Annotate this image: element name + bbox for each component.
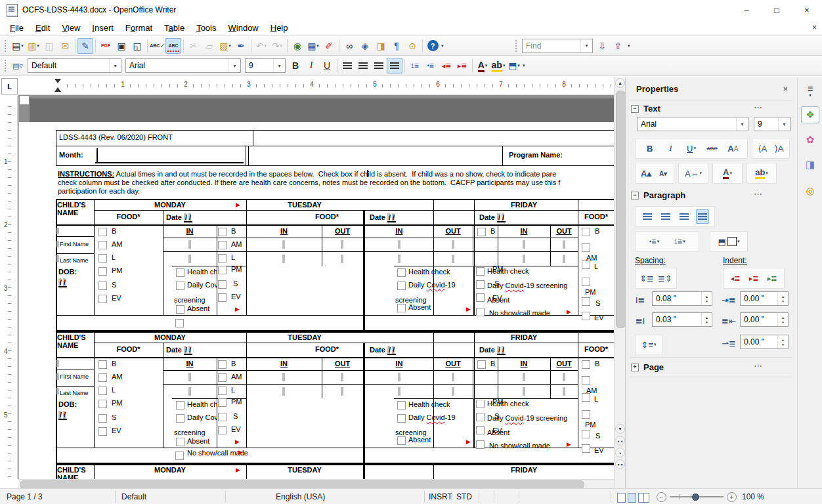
language-indicator[interactable]: English (USA) — [276, 492, 325, 501]
hyperlink-button[interactable]: ◉ — [290, 38, 305, 54]
copy-button[interactable]: ▱ — [202, 38, 217, 54]
media-tab[interactable]: ◨ — [801, 156, 819, 173]
document-canvas[interactable]: LDSS-4443 (Rev. 06/2020) FRONT Month: Pr… — [18, 95, 614, 479]
align-center-button[interactable] — [659, 209, 672, 224]
font-color-button[interactable]: A▾ — [475, 58, 490, 74]
absent-checkbox[interactable] — [476, 293, 485, 302]
font-size-select[interactable]: 9▾ — [245, 58, 286, 73]
meal-checkbox-s[interactable] — [218, 413, 227, 421]
find-toolbar-drag-handle[interactable] — [515, 39, 518, 52]
covid-screening-checkbox[interactable] — [176, 414, 184, 423]
zoom-out-icon[interactable]: − — [657, 492, 666, 502]
previous-page-button[interactable]: ▲▲ — [615, 436, 625, 446]
align-left-button[interactable] — [641, 209, 654, 224]
maximize-button[interactable]: □ — [762, 0, 792, 20]
horizontal-scrollbar[interactable] — [18, 479, 614, 489]
meal-checkbox-b[interactable] — [218, 360, 227, 369]
paste-button[interactable]: ▧▾ — [217, 38, 233, 54]
print-button[interactable]: ▣ — [114, 38, 129, 54]
underline-button[interactable]: U▾ — [685, 141, 698, 156]
meal-checkbox-ev[interactable] — [218, 426, 227, 434]
before-text-indent-field[interactable]: 0.00 "▲▼ — [740, 291, 789, 306]
meal-checkbox-am[interactable] — [98, 373, 107, 382]
increase-indent-button[interactable]: ▸≣ — [454, 58, 470, 74]
character-dialog-button[interactable]: AA — [726, 141, 739, 156]
undo-button[interactable]: ↶▾ — [253, 38, 269, 54]
covid-screening-checkbox[interactable] — [476, 280, 485, 289]
meal-checkbox-s[interactable] — [98, 414, 107, 423]
cut-button[interactable]: ✂ — [186, 38, 202, 54]
indent-marker-bottom[interactable] — [54, 87, 61, 92]
find-toolbar-options-icon[interactable]: ▾ — [628, 43, 630, 49]
bullet-list-button[interactable]: •≣▾ — [648, 234, 661, 249]
align-right-button[interactable] — [371, 58, 387, 74]
no-show-checkbox[interactable] — [476, 440, 485, 449]
no-show-checkbox[interactable] — [476, 308, 485, 316]
menu-edit[interactable]: Edit — [30, 22, 56, 34]
covid-screening-checkbox[interactable] — [176, 282, 184, 290]
strikethrough-button[interactable]: ABC — [706, 141, 719, 156]
text-more-options-icon[interactable]: ⋯ — [754, 102, 763, 112]
health-check-checkbox[interactable] — [476, 267, 485, 276]
numbered-list-button[interactable]: 1≣▾ — [673, 234, 686, 249]
insert-table-button[interactable]: ▦▾ — [305, 38, 321, 54]
minimize-button[interactable]: – — [731, 0, 762, 20]
indent-marker-top[interactable] — [54, 79, 61, 83]
tab-stop-selector[interactable]: L — [1, 78, 18, 94]
meal-checkbox-l[interactable] — [98, 387, 107, 395]
menu-insert[interactable]: Insert — [86, 22, 119, 34]
page-preview-button[interactable]: ◱ — [129, 38, 145, 54]
underline-button[interactable]: U — [319, 58, 335, 74]
toolbar-options-icon[interactable]: ▾ — [523, 63, 525, 68]
switch-indent-button[interactable]: ▸≣ — [766, 271, 779, 285]
menu-format[interactable]: Format — [119, 22, 158, 34]
text-section-header[interactable]: −Text — [631, 104, 660, 114]
selection-mode-indicator[interactable]: STD — [456, 492, 472, 501]
vertical-scrollbar[interactable]: ▲ ▼ ▲▲ ● ▼▼ — [614, 77, 626, 488]
styles-formatting-button[interactable]: ▤▿ — [10, 58, 26, 74]
zoom-button[interactable]: ⊙ — [404, 38, 420, 54]
above-paragraph-spacing-field[interactable]: 0.08 "▲▼ — [652, 291, 712, 306]
menu-view[interactable]: View — [56, 22, 86, 34]
sidebar-menu-icon[interactable]: ≡▾ — [801, 83, 819, 100]
scroll-down-icon[interactable]: ▼ — [615, 424, 625, 434]
meal-checkbox-b[interactable] — [477, 228, 486, 236]
book-view-icon[interactable] — [638, 493, 649, 503]
auto-spellcheck-button[interactable]: ABC — [165, 38, 181, 54]
find-next-button[interactable]: ⇩ — [594, 38, 610, 54]
scroll-up-icon[interactable]: ▲ — [615, 78, 625, 88]
highlighting-button[interactable]: ab▾ — [755, 166, 768, 180]
no-show-checkbox[interactable] — [175, 319, 184, 327]
toolbar-drag-handle[interactable] — [4, 59, 7, 72]
gallery-tab[interactable]: ✿ — [801, 131, 819, 148]
zoom-in-icon[interactable]: + — [727, 492, 737, 502]
meal-checkbox-b[interactable] — [582, 228, 590, 236]
meal-checkbox-l[interactable] — [98, 254, 107, 262]
absent-checkbox[interactable] — [476, 426, 485, 434]
paragraph-style-select[interactable]: Default▾ — [28, 58, 121, 73]
bold-button[interactable]: B — [643, 141, 657, 156]
health-check-checkbox[interactable] — [476, 400, 485, 408]
vertical-ruler[interactable]: 1 2 3 4 5 — [1, 95, 18, 479]
save-button[interactable]: ◫ — [41, 38, 57, 54]
increase-indent-button[interactable]: ▸≣ — [747, 271, 760, 285]
meal-checkbox-am[interactable] — [218, 373, 227, 382]
meal-checkbox-b[interactable] — [582, 360, 590, 369]
shrink-font-button[interactable]: A▾ — [657, 166, 670, 180]
decrease-spacing-button[interactable]: ⟩A — [773, 141, 786, 156]
meal-checkbox-ev[interactable] — [98, 295, 107, 303]
numbered-list-button[interactable]: 1≣ — [407, 58, 423, 74]
meal-checkbox-b[interactable] — [98, 360, 107, 369]
edit-mode-button[interactable]: ✎ — [77, 38, 93, 54]
no-show-checkbox[interactable] — [175, 452, 184, 460]
italic-button[interactable]: I — [303, 58, 319, 74]
draw-functions-button[interactable]: ✐ — [321, 38, 337, 54]
meal-checkbox-am[interactable] — [582, 376, 590, 385]
health-check-checkbox[interactable] — [397, 401, 406, 410]
meal-checkbox-l[interactable] — [218, 254, 227, 262]
sidebar-font-name-select[interactable]: Arial▾ — [637, 117, 748, 131]
insert-mode-indicator[interactable]: INSRT — [429, 492, 452, 501]
italic-button[interactable]: I — [664, 141, 677, 156]
decrease-paragraph-spacing-button[interactable]: ≣⇕ — [658, 271, 672, 285]
page-more-options-icon[interactable]: ⋯ — [754, 361, 763, 371]
